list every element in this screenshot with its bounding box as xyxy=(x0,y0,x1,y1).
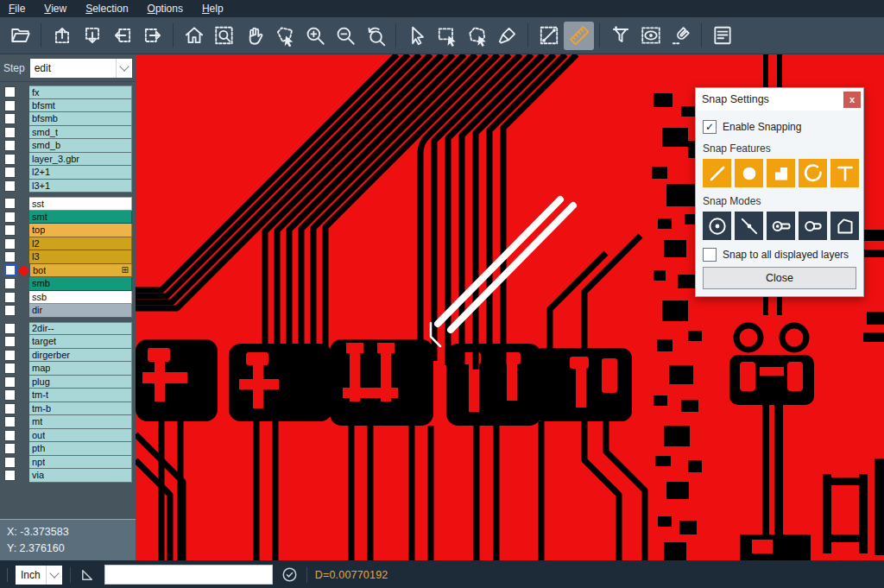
layer-cell[interactable]: smt xyxy=(29,211,132,224)
menu-options[interactable]: Options xyxy=(148,3,183,15)
snap-mode-contour-icon[interactable] xyxy=(830,212,859,240)
snap-feature-arc-icon[interactable] xyxy=(799,159,827,187)
layer-visibility-checkbox[interactable] xyxy=(4,264,16,276)
snap-mode-pad-outline-icon[interactable] xyxy=(799,212,827,240)
home-icon[interactable] xyxy=(179,22,209,50)
layer-row-l3[interactable]: l3 xyxy=(0,250,136,264)
layer-row-sst[interactable]: sst xyxy=(0,197,136,211)
layer-visibility-checkbox[interactable] xyxy=(4,154,16,165)
layer-cell[interactable]: tm-b xyxy=(29,402,132,416)
layer-cell[interactable]: pth xyxy=(29,442,132,456)
close-button[interactable]: Close xyxy=(703,267,856,289)
angle-measure-icon[interactable] xyxy=(79,566,97,584)
layer-row-out[interactable]: out xyxy=(0,429,136,443)
all-layers-row[interactable]: Snap to all displayed layers xyxy=(703,248,856,262)
layer-cell[interactable]: l3 xyxy=(29,250,132,264)
layer-cell[interactable]: dir xyxy=(29,304,132,318)
layer-visibility-checkbox[interactable] xyxy=(4,198,16,209)
layer-visibility-checkbox[interactable] xyxy=(4,140,16,151)
layer-cell[interactable]: ssb xyxy=(29,291,132,305)
layer-visibility-checkbox[interactable] xyxy=(4,363,16,374)
layer-row-tm-t[interactable]: tm-t xyxy=(0,389,136,402)
layer-cell[interactable]: layer_3.gbr xyxy=(29,153,132,167)
layer-visibility-checkbox[interactable] xyxy=(4,336,16,347)
layer-visibility-checkbox[interactable] xyxy=(4,443,16,454)
menu-selection[interactable]: Selection xyxy=(85,3,128,15)
pan-right-icon[interactable] xyxy=(137,22,167,50)
layer-cell[interactable]: smd_t xyxy=(29,126,132,140)
menu-help[interactable]: Help xyxy=(202,3,224,15)
measure-line-icon[interactable] xyxy=(534,22,564,50)
layer-row-l2[interactable]: l2 xyxy=(0,237,136,251)
layer-cell[interactable]: bfsmt xyxy=(29,99,132,113)
layer-row-target[interactable]: target xyxy=(0,335,136,349)
zoom-prev-icon[interactable] xyxy=(360,22,390,50)
enable-snapping-row[interactable]: Enable Snapping xyxy=(703,120,856,134)
layer-row-bot[interactable]: bot⊞ xyxy=(0,264,136,278)
ruler-icon[interactable] xyxy=(564,22,594,50)
enable-snapping-checkbox[interactable] xyxy=(703,120,717,134)
layer-visibility-checkbox[interactable] xyxy=(4,212,16,223)
view-eye-icon[interactable] xyxy=(635,22,666,50)
close-icon[interactable]: x xyxy=(843,92,861,108)
layer-row-tm-b[interactable]: tm-b xyxy=(0,402,136,416)
layer-row-smd_b[interactable]: smd_b xyxy=(0,139,136,153)
layer-visibility-checkbox[interactable] xyxy=(4,350,16,361)
layer-row-smt[interactable]: smt xyxy=(0,211,136,224)
pan-down-icon[interactable] xyxy=(77,22,107,50)
brush-icon[interactable] xyxy=(492,22,522,50)
layer-visibility-checkbox[interactable] xyxy=(4,323,16,334)
layer-visibility-checkbox[interactable] xyxy=(4,376,16,388)
layer-row-mt[interactable]: mt xyxy=(0,415,136,429)
layer-visibility-checkbox[interactable] xyxy=(4,305,16,316)
step-select[interactable]: edit xyxy=(30,59,132,78)
layer-cell[interactable]: map xyxy=(29,362,132,376)
layer-visibility-checkbox[interactable] xyxy=(4,86,16,98)
layer-cell[interactable]: bot⊞ xyxy=(30,264,132,278)
layer-visibility-checkbox[interactable] xyxy=(4,238,16,250)
layer-cell[interactable]: bfsmb xyxy=(29,112,132,126)
layer-row-ssb[interactable]: ssb xyxy=(0,291,136,305)
menu-file[interactable]: File xyxy=(9,3,25,15)
layer-cell[interactable]: target xyxy=(29,335,132,349)
snap-feature-line-icon[interactable] xyxy=(703,159,731,187)
snap-feature-surface-icon[interactable] xyxy=(767,159,795,187)
layer-row-layer_3.gbr[interactable]: layer_3.gbr xyxy=(0,153,136,167)
layer-row-pth[interactable]: pth xyxy=(0,442,136,456)
zoom-in-icon[interactable] xyxy=(300,22,330,50)
snap-mode-pad-slot-icon[interactable] xyxy=(767,212,795,240)
layer-visibility-checkbox[interactable] xyxy=(4,292,16,303)
layer-row-top[interactable]: top xyxy=(0,224,136,237)
cursor-icon[interactable] xyxy=(401,22,432,50)
apply-check-icon[interactable] xyxy=(281,566,299,584)
layer-cell[interactable]: fx xyxy=(29,85,132,99)
snap-magnet-icon[interactable] xyxy=(666,22,696,50)
layer-visibility-checkbox[interactable] xyxy=(4,457,16,468)
command-input[interactable] xyxy=(104,565,273,585)
layer-visibility-checkbox[interactable] xyxy=(4,100,16,111)
layer-row-map[interactable]: map xyxy=(0,362,136,376)
menu-view[interactable]: View xyxy=(44,3,66,15)
layer-visibility-checkbox[interactable] xyxy=(4,251,16,262)
layer-cell[interactable]: 2dir-- xyxy=(29,322,132,336)
layer-visibility-checkbox[interactable] xyxy=(4,127,16,138)
layer-visibility-checkbox[interactable] xyxy=(4,389,16,401)
unit-select[interactable]: Inch xyxy=(16,566,62,585)
zoom-out-icon[interactable] xyxy=(330,22,360,50)
dialog-titlebar[interactable]: Snap Settings x xyxy=(696,88,863,111)
layer-row-dirgerber[interactable]: dirgerber xyxy=(0,349,136,363)
layer-cell[interactable]: dirgerber xyxy=(29,349,132,363)
layer-visibility-checkbox[interactable] xyxy=(4,224,16,236)
pan-left-icon[interactable] xyxy=(107,22,137,50)
layer-row-fx[interactable]: fx xyxy=(0,85,136,99)
pan-up-icon[interactable] xyxy=(47,22,77,50)
hand-icon[interactable] xyxy=(239,22,269,50)
layer-cell[interactable]: tm-t xyxy=(29,389,132,402)
layer-visibility-checkbox[interactable] xyxy=(4,403,16,414)
layer-cell[interactable]: out xyxy=(29,429,132,443)
layer-cell[interactable]: mt xyxy=(29,415,132,429)
snap-feature-pad-circle-icon[interactable] xyxy=(735,159,763,187)
layer-cell[interactable]: smd_b xyxy=(29,139,132,153)
layer-row-smb[interactable]: smb xyxy=(0,277,136,291)
poly-select-icon[interactable] xyxy=(462,22,492,50)
